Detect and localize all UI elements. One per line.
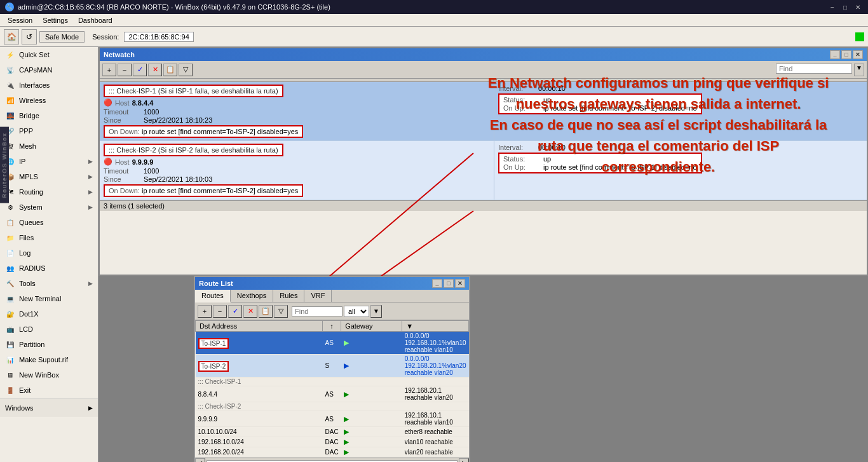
sidebar-item-new-winbox[interactable]: 🖥 New WinBox [0,367,98,383]
table-row[interactable]: 192.168.10.0/24 DAC ▶ vlan10 reachable [196,437,469,447]
sidebar-item-ip[interactable]: 🌐 IP ▶ [0,154,98,169]
route-filter[interactable]: ▽ [274,305,288,318]
netwatch-row1-ondown-area: On Down: ip route set [find comment=To-I… [104,125,490,138]
sidebar-label-ip: IP [19,158,85,165]
netwatch-row2-title: ::: Check-ISP-2 (Si si ISP-2 falla, se d… [104,144,283,156]
netwatch-disable[interactable]: ✕ [148,64,162,76]
sidebar-item-log[interactable]: 📄 Log [0,245,98,261]
netwatch-minimize[interactable]: _ [830,50,840,59]
netwatch-maximize[interactable]: □ [841,50,851,59]
close-button[interactable]: ✕ [853,2,863,12]
table-row[interactable]: 9.9.9.9 AS ▶ 192.168.10.1 reachable vlan… [196,411,469,427]
netwatch-enable[interactable]: ✓ [133,64,147,76]
sidebar-item-exit[interactable]: 🚪 Exit [0,383,98,398]
table-row[interactable]: 10.10.10.0/24 DAC ▶ ether8 reachable [196,427,469,437]
scroll-left[interactable]: ◀ [195,458,205,463]
scroll-right[interactable]: ▶ [459,458,469,463]
sidebar-item-partition[interactable]: 💾 Partition [0,337,98,352]
session-value: 2C:C8:1B:65:8C:94 [124,32,193,42]
minimize-button[interactable]: − [827,2,837,12]
route-list-scroll[interactable]: ▼ [370,305,382,318]
table-row[interactable]: To-ISP-2 S ▶ 0.0.0.0/0 192.168.20.1%vlan… [196,355,469,377]
titlebar-title: admin@2C:C8:1B:65:8C:94 (RB ARCO NORTE) … [18,3,330,11]
ondown-label-2: On Down: [109,187,142,194]
row-type-isp2host: AS [323,411,341,427]
route-filter-select[interactable]: all [344,306,369,317]
netwatch-filter[interactable]: ▽ [179,64,193,76]
netwatch-close[interactable]: ✕ [853,50,863,59]
sidebar-item-interfaces[interactable]: 🔌 Interfaces [0,78,98,93]
find-scroll[interactable]: ▼ [854,64,864,76]
netwatch-remove[interactable]: − [118,64,132,76]
netwatch-row2-ondown-area: On Down: ip route set [find comment=To-I… [104,184,490,197]
row-dst-2: To-ISP-2 [196,355,323,377]
mpls-arrow: ▶ [88,173,93,180]
route-toolbar: + − ✓ ✕ 📋 ▽ all ▼ [195,302,469,320]
netwatch-row-2[interactable]: ::: Check-ISP-2 (Si si ISP-2 falla, se d… [100,141,867,200]
sidebar-item-system[interactable]: ⚙ System ▶ [0,200,98,215]
sidebar-item-capsman[interactable]: 📡 CAPsMAN [0,62,98,78]
routelist-minimize[interactable]: _ [432,279,442,288]
netwatch-toolbar: + − ✓ ✕ 📋 ▽ ▼ [100,61,867,79]
col-sort-icon[interactable]: ↑ [323,321,341,332]
route-add[interactable]: + [198,305,212,318]
main-layout: ⚡ Quick Set 📡 CAPsMAN 🔌 Interfaces 📶 Wir… [0,47,868,462]
route-disable[interactable]: ✕ [243,305,257,318]
sidebar-item-lcd[interactable]: 📺 LCD [0,322,98,337]
table-row[interactable]: To-ISP-1 AS ▶ 0.0.0.0/0 192.168.10.1%vla… [196,332,469,355]
route-enable[interactable]: ✓ [228,305,242,318]
netwatch-row1-host: 🔴 Host 8.8.4.4 [104,99,490,107]
route-find-input[interactable] [292,306,342,316]
sidebar-item-mesh[interactable]: 🕸 Mesh [0,139,98,154]
refresh-button[interactable]: ↺ [22,29,37,44]
sidebar-item-radius[interactable]: 👥 RADIUS [0,261,98,276]
netwatch-row2-right: Interval: 00:00:10 Status: up [494,141,867,200]
titlebar: 🔧 admin@2C:C8:1B:65:8C:94 (RB ARCO NORTE… [0,0,868,14]
sidebar-item-new-terminal[interactable]: 💻 New Terminal [0,291,98,306]
table-row[interactable]: ::: Check-ISP-2 [196,402,469,411]
table-row[interactable]: ::: Check-ISP-1 [196,377,469,386]
sidebar-item-make-supout[interactable]: 📊 Make Supout.rif [0,352,98,367]
maximize-button[interactable]: □ [840,2,850,12]
menu-session[interactable]: Session [3,15,37,25]
row1-status-container: Status: up On Up: ip route set [find com… [498,93,702,114]
route-remove[interactable]: − [213,305,227,318]
scroll-track[interactable] [207,460,458,463]
tab-routes[interactable]: Routes [195,290,231,302]
tab-nexthops[interactable]: Nexthops [231,290,273,302]
sidebar-item-bridge[interactable]: 🌉 Bridge [0,108,98,123]
sidebar-item-wireless[interactable]: 📶 Wireless [0,93,98,108]
sidebar-item-ppp[interactable]: 🔗 PPP [0,123,98,139]
row1-status-box: Status: up On Up: ip route set [find com… [498,93,863,114]
menu-settings[interactable]: Settings [37,15,73,25]
safe-mode-button[interactable]: Safe Mode [39,31,85,43]
netwatch-find-input[interactable] [776,64,852,74]
sidebar-item-tools[interactable]: 🔨 Tools ▶ [0,276,98,291]
sidebar-label-lcd: LCD [19,325,93,333]
route-copy[interactable]: 📋 [259,305,273,318]
menu-dashboard[interactable]: Dashboard [73,15,118,25]
col-dst-address: Dst Address [196,321,323,332]
tab-vrf[interactable]: VRF [304,290,332,302]
quickset-icon: ⚡ [5,50,15,60]
sidebar-label-queues: Queues [19,219,93,226]
home-button[interactable]: 🏠 [4,29,19,44]
routelist-maximize[interactable]: □ [444,279,454,288]
netwatch-add[interactable]: + [102,64,116,76]
sidebar-item-queues[interactable]: 📋 Queues [0,215,98,230]
sidebar-item-files[interactable]: 📁 Files [0,230,98,245]
table-row[interactable]: 8.8.4.4 AS ▶ 192.168.20.1 reachable vlan… [196,386,469,402]
tab-rules[interactable]: Rules [273,290,304,302]
sidebar-item-mpls[interactable]: 📦 MPLS ▶ [0,169,98,184]
row-type-2: S [323,355,341,377]
netwatch-copy[interactable]: 📋 [163,64,177,76]
sidebar-item-quickset[interactable]: ⚡ Quick Set [0,47,98,62]
windows-section[interactable]: Windows ▶ [0,398,98,417]
table-row[interactable]: 192.168.20.0/24 DAC ▶ vlan20 reachable [196,447,469,458]
status-val-1: up [543,96,551,104]
sidebar-item-dot1x[interactable]: 🔐 Dot1X [0,306,98,322]
routelist-close[interactable]: ✕ [455,279,465,288]
sidebar-item-routing[interactable]: 🗺 Routing ▶ [0,184,98,200]
netwatch-row-1[interactable]: ::: Check-ISP-1 (Si si ISP-1 falla, se d… [100,82,867,141]
col-filter-btn[interactable]: ▼ [402,321,469,332]
